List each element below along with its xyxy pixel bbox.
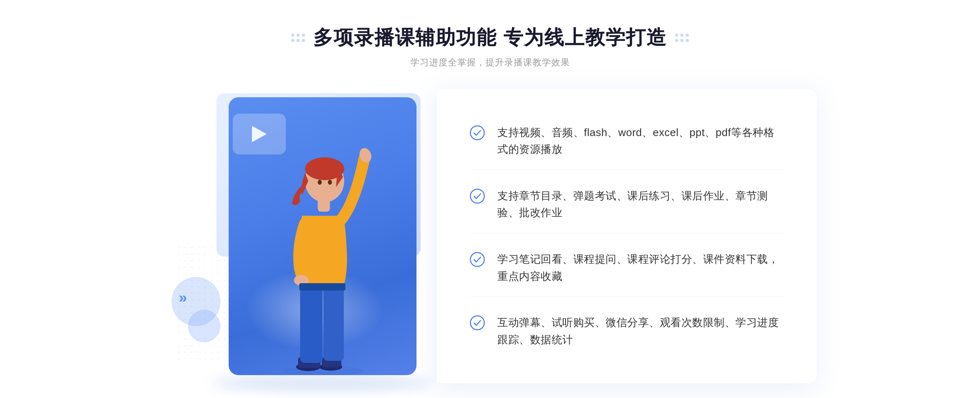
- deco-dots-left: [291, 34, 305, 42]
- feature-text-2: 支持章节目录、弹题考试、课后练习、课后作业、章节测验、批改作业: [497, 188, 784, 221]
- person-figure: [261, 122, 384, 375]
- feature-item-4: 互动弹幕、试听购买、微信分享、观看次数限制、学习进度跟踪、数据统计: [470, 303, 784, 360]
- svg-rect-14: [299, 283, 345, 291]
- features-panel: 支持视频、音频、flash、word、excel、ppt、pdf等各种格式的资源…: [437, 89, 817, 383]
- check-icon-4: [470, 315, 485, 331]
- check-icon-1: [470, 125, 485, 141]
- svg-point-16: [470, 189, 484, 203]
- feature-item-1: 支持视频、音频、flash、word、excel、ppt、pdf等各种格式的资源…: [470, 113, 784, 170]
- title-row: 多项录播课辅助功能 专为线上教学打造: [291, 25, 688, 51]
- deco-circle-2: [188, 310, 220, 342]
- panel-shadow: [212, 375, 433, 391]
- svg-rect-5: [300, 281, 323, 363]
- svg-point-10: [318, 180, 322, 185]
- svg-point-11: [328, 180, 332, 185]
- page-wrapper: 多项录播课辅助功能 专为线上教学打造 学习进度全掌握，提升录播课教学效果: [0, 0, 980, 383]
- chevron-double-icon: »: [179, 289, 187, 306]
- feature-text-1: 支持视频、音频、flash、word、excel、ppt、pdf等各种格式的资源…: [497, 124, 784, 158]
- deco-dots-right: [675, 34, 689, 42]
- feature-text-4: 互动弹幕、试听购买、微信分享、观看次数限制、学习进度跟踪、数据统计: [497, 314, 784, 348]
- page-subtitle: 学习进度全掌握，提升录播课教学效果: [410, 56, 570, 69]
- feature-item-2: 支持章节目录、弹题考试、课后练习、课后作业、章节测验、批改作业: [470, 176, 784, 233]
- svg-point-17: [470, 253, 484, 266]
- header-section: 多项录播课辅助功能 专为线上教学打造 学习进度全掌握，提升录播课教学效果: [291, 25, 688, 69]
- svg-point-18: [470, 316, 484, 330]
- illustration-panel: »: [163, 89, 441, 383]
- feature-text-3: 学习笔记回看、课程提问、课程评论打分、课件资料下载，重点内容收藏: [497, 251, 784, 285]
- feature-item-3: 学习笔记回看、课程提问、课程评论打分、课件资料下载，重点内容收藏: [470, 239, 784, 297]
- svg-rect-6: [323, 281, 344, 361]
- content-area: »: [163, 89, 817, 383]
- check-icon-3: [470, 252, 485, 267]
- check-icon-2: [470, 188, 485, 204]
- page-title: 多项录播课辅助功能 专为线上教学打造: [313, 25, 666, 51]
- svg-point-15: [470, 126, 484, 140]
